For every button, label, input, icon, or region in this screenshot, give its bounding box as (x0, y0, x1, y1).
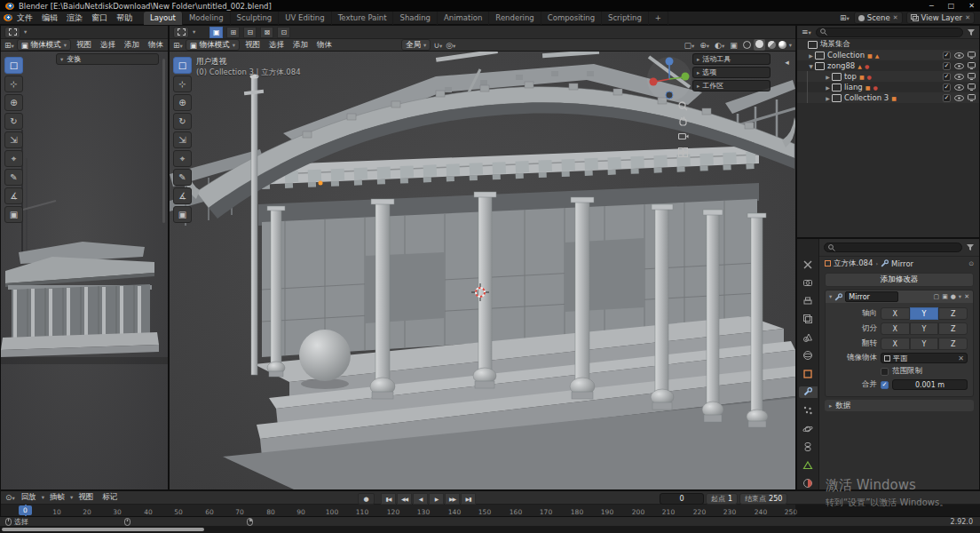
properties-tab-particles[interactable] (799, 404, 818, 417)
outliner-row-collection[interactable]: ▶ Collection ■ ▲ ✓ (797, 50, 979, 60)
hide-eye-icon[interactable] (954, 63, 964, 69)
menu-file[interactable]: 文件 (12, 12, 37, 25)
disable-viewport-icon[interactable] (968, 94, 976, 101)
filter-icon[interactable] (967, 28, 976, 36)
show-overlays-icon[interactable]: ◐▾ (714, 41, 725, 50)
mode-selector[interactable]: ▣物体模式▾ (186, 39, 240, 51)
zoom-icon[interactable] (676, 99, 690, 113)
properties-tab-object-data[interactable] (799, 459, 818, 472)
properties-tab-modifiers[interactable] (799, 386, 818, 399)
flip-x-button[interactable]: X (881, 338, 910, 350)
toggle-xray-icon[interactable]: ▣ (729, 41, 739, 50)
main-viewport-canvas[interactable]: 用户透视 (0) Collection 3 | 立方体.084 □ ⊹ ⊕ ↻ … (170, 52, 795, 489)
filter-icon[interactable] (966, 243, 975, 251)
scene-stats-icon[interactable]: ⊞▾ (839, 13, 850, 22)
bisect-x-button[interactable]: X (881, 322, 910, 335)
disable-viewport-icon[interactable] (968, 52, 976, 59)
panel-collapse-icon[interactable]: ▾ (829, 293, 832, 300)
overlay-panel-workspace[interactable]: ▸工作区 (692, 80, 771, 91)
menu-view[interactable]: 视图 (73, 40, 95, 51)
properties-tab-view-layer[interactable] (799, 314, 818, 326)
merge-checkbox[interactable]: ✓ (881, 381, 889, 389)
shading-wireframe-button[interactable] (743, 41, 751, 49)
select-mode-new[interactable]: ▣ (209, 27, 223, 38)
editor-type-icon[interactable]: ⊞▾ (172, 41, 184, 50)
menu-edit[interactable]: 编辑 (37, 12, 62, 25)
tool-measure[interactable]: ∡ (173, 187, 192, 204)
tool-cursor[interactable]: ⊹ (173, 76, 192, 92)
clipping-checkbox[interactable] (881, 368, 889, 376)
show-gizmo-icon[interactable]: ⊕▾ (699, 41, 710, 50)
jump-to-start-button[interactable]: ▮◀ (381, 493, 396, 505)
pin-icon[interactable]: ⊙ (968, 260, 974, 267)
tool-annotate[interactable]: ✎ (4, 169, 23, 186)
outliner-row-top[interactable]: ▶ top ■ ● ✓ (797, 71, 979, 82)
exclude-checkbox[interactable]: ✓ (943, 62, 951, 70)
tool-measure[interactable]: ∡ (4, 187, 23, 204)
menu-help[interactable]: 帮助 (112, 12, 137, 25)
active-tool-icon[interactable] (4, 27, 20, 38)
properties-tab-output[interactable] (799, 295, 818, 307)
play-button[interactable]: ▶ (429, 493, 444, 505)
properties-search-input[interactable] (824, 243, 962, 252)
outliner-search-input[interactable] (816, 28, 963, 37)
modifier-delete-icon[interactable]: ✕ (964, 293, 969, 300)
workspace-tab-animation[interactable]: Animation (438, 12, 489, 25)
properties-tab-physics[interactable] (799, 423, 818, 435)
object-origin-dot[interactable] (319, 181, 323, 186)
expand-arrow-icon[interactable]: ▶ (824, 84, 832, 91)
workspace-tab-scripting[interactable]: Scripting (602, 12, 649, 25)
shading-solid-button[interactable] (754, 39, 765, 51)
tool-rotate[interactable]: ↻ (173, 113, 192, 130)
scene-unlink-icon[interactable]: ✕ (893, 14, 898, 21)
active-tool-icon[interactable] (173, 27, 189, 38)
workspace-tab-texture-paint[interactable]: Texture Paint (332, 12, 394, 25)
tool-transform[interactable]: ⌖ (173, 150, 192, 167)
menu-window[interactable]: 窗口 (87, 12, 112, 25)
overlay-panel-options[interactable]: ▸选项 (692, 67, 771, 78)
disable-viewport-icon[interactable] (968, 84, 976, 91)
prev-keyframe-button[interactable]: ◀◀ (397, 493, 412, 505)
add-modifier-button[interactable]: 添加修改器 (825, 273, 974, 287)
maximize-button[interactable]: □ (948, 2, 955, 10)
expand-arrow-icon[interactable]: ▶ (824, 95, 832, 101)
current-frame-field[interactable]: 0 (660, 493, 704, 505)
select-mode-intersect[interactable]: ⊡ (277, 27, 290, 38)
view-layer-selector[interactable]: View Layer ✕ (906, 12, 975, 24)
properties-tab-object[interactable] (799, 368, 818, 380)
modifier-editmode-toggle[interactable]: ▢ (934, 293, 940, 300)
breadcrumb-modifier[interactable]: Mirror (891, 259, 913, 268)
modifier-extras-menu-icon[interactable]: ▾ (959, 293, 961, 300)
editor-type-icon[interactable]: ≡▾ (801, 28, 812, 36)
blender-menu-icon[interactable] (4, 14, 12, 21)
tool-dropdown-icon[interactable]: ▾ (24, 28, 27, 36)
overlay-panel-active-tool[interactable]: ▸活动工具 (692, 53, 771, 65)
exclude-checkbox[interactable]: ✓ (943, 73, 951, 81)
menu-select[interactable]: 选择 (97, 40, 119, 51)
menu-add[interactable]: 添加 (289, 40, 312, 51)
frame-end-field[interactable]: 结束点 250 (739, 493, 787, 505)
playhead-marker[interactable]: 0 (19, 505, 32, 515)
menu-object[interactable]: 物体 (145, 40, 167, 51)
merge-distance-field[interactable]: 0.001 m (892, 379, 968, 390)
select-mode-extend[interactable]: ⊞ (226, 27, 240, 38)
workspace-tab-compositing[interactable]: Compositing (541, 12, 602, 25)
bisect-z-button[interactable]: Z (938, 322, 968, 335)
sidebar-toggle-arrow[interactable]: ◂ (780, 55, 794, 68)
outliner-row-scene-collection[interactable]: 场景集合 (797, 39, 979, 50)
next-keyframe-button[interactable]: ▶▶ (445, 493, 460, 505)
menu-view[interactable]: 视图 (75, 492, 97, 503)
disable-viewport-icon[interactable] (968, 73, 976, 80)
close-button[interactable]: ✕ (968, 2, 975, 10)
bisect-y-button[interactable]: Y (910, 322, 939, 335)
workspace-tab-shading[interactable]: Shading (393, 12, 438, 25)
workspace-tab-modeling[interactable]: Modeling (183, 12, 231, 25)
properties-tab-constraints[interactable] (799, 441, 818, 453)
add-workspace-button[interactable]: + (649, 12, 668, 25)
properties-tab-material[interactable] (799, 477, 818, 489)
mirror-modifier-header[interactable]: ▾ Mirror ▢ ▣ ● ▾ ✕ (826, 290, 973, 303)
breadcrumb-object[interactable]: 立方体.084 (834, 259, 873, 269)
tool-select-box[interactable]: □ (173, 57, 192, 74)
exclude-checkbox[interactable]: ✓ (943, 84, 951, 91)
exclude-checkbox[interactable]: ✓ (943, 94, 951, 102)
